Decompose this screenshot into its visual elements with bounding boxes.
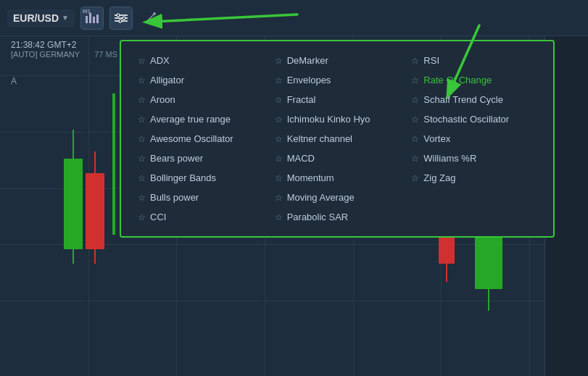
- timeframe-badge: M1: [83, 8, 91, 14]
- star-icon-roc: ☆: [411, 75, 419, 85]
- svg-point-10: [153, 12, 156, 15]
- star-icon-macd: ☆: [275, 154, 283, 164]
- symbol-selector[interactable]: EUR/USD ▼: [7, 9, 75, 27]
- indicators-button[interactable]: [109, 7, 133, 30]
- candle-left-red: [86, 173, 104, 249]
- indicator-column-1: ☆ ADX ☆ Alligator ☆ Aroon ☆ Average true…: [132, 52, 269, 225]
- chart-time: 21:38:42 GMT+2: [11, 40, 117, 50]
- indicator-label-atr: Average true range: [150, 114, 231, 125]
- chevron-down-icon: ▼: [62, 14, 69, 22]
- candle-left-green: [64, 159, 83, 249]
- star-icon-parabolic-sar: ☆: [275, 212, 283, 222]
- candle-left-green-wick: [73, 130, 74, 159]
- indicator-macd[interactable]: ☆ MACD: [269, 150, 406, 167]
- candle-left-green-wick-bottom: [73, 249, 74, 264]
- star-icon-cci: ☆: [138, 212, 146, 222]
- indicator-demarker[interactable]: ☆ DeMarker: [269, 52, 406, 69]
- candle-mid-green-line: [112, 93, 115, 235]
- indicator-panel: ☆ ADX ☆ Alligator ☆ Aroon ☆ Average true…: [120, 40, 555, 238]
- indicator-label-bollinger: Bollinger Bands: [150, 172, 216, 183]
- star-icon-atr: ☆: [138, 114, 146, 125]
- indicator-aroon[interactable]: ☆ Aroon: [132, 91, 269, 108]
- indicator-moving-average[interactable]: ☆ Moving Average: [269, 189, 406, 206]
- indicator-zigzag[interactable]: ☆ Zig Zag: [405, 170, 542, 186]
- indicator-rate-of-change[interactable]: ☆ Rate Of Change: [405, 72, 542, 88]
- indicator-label-moving-average: Moving Average: [287, 192, 355, 203]
- indicator-label-adx: ADX: [150, 55, 170, 66]
- indicator-label-alligator: Alligator: [150, 75, 184, 85]
- indicator-rsi[interactable]: ☆ RSI: [405, 52, 542, 69]
- indicator-label-aroon: Aroon: [150, 94, 175, 105]
- indicator-bulls[interactable]: ☆ Bulls power: [132, 189, 269, 206]
- draw-button[interactable]: [138, 7, 162, 30]
- indicator-label-macd: MACD: [287, 153, 315, 164]
- chart-ms: 77 MS: [94, 50, 117, 59]
- indicator-atr[interactable]: ☆ Average true range: [132, 111, 269, 128]
- star-icon-williams: ☆: [411, 154, 419, 164]
- indicator-envelopes[interactable]: ☆ Envelopes: [269, 72, 406, 88]
- indicator-keltner[interactable]: ☆ Keltner channel: [269, 130, 406, 147]
- candle-right-green-wick-bottom: [488, 289, 489, 311]
- indicator-label-williams: Williams %R: [423, 153, 476, 164]
- indicator-label-bulls: Bulls power: [150, 192, 199, 203]
- indicator-bollinger[interactable]: ☆ Bollinger Bands: [132, 170, 269, 186]
- toolbar: EUR/USD ▼ M1: [0, 0, 588, 36]
- indicator-label-stochastic: Stochastic Oscillator: [423, 114, 509, 125]
- indicator-label-fractal: Fractal: [287, 94, 316, 105]
- draw-icon: [144, 12, 156, 24]
- star-icon-awesome: ☆: [138, 134, 146, 144]
- star-icon-demarker: ☆: [275, 56, 283, 66]
- indicator-label-schaff: Schaff Trend Cycle: [423, 94, 503, 105]
- indicator-awesome[interactable]: ☆ Awesome Oscillator: [132, 130, 269, 147]
- a-label: A: [11, 76, 17, 86]
- indicator-schaff[interactable]: ☆ Schaff Trend Cycle: [405, 91, 542, 108]
- candle-right-red-wick-bottom: [446, 264, 447, 282]
- star-icon-stochastic: ☆: [411, 114, 419, 125]
- star-icon-bulls: ☆: [138, 193, 146, 203]
- bar-chart-icon: [86, 13, 99, 23]
- indicator-label-parabolic-sar: Parabolic SAR: [287, 212, 349, 222]
- indicator-columns: ☆ ADX ☆ Alligator ☆ Aroon ☆ Average true…: [132, 52, 542, 225]
- indicator-label-zigzag: Zig Zag: [423, 172, 455, 183]
- star-icon-aroon: ☆: [138, 95, 146, 105]
- indicator-cci[interactable]: ☆ CCI: [132, 209, 269, 225]
- svg-rect-0: [86, 16, 88, 23]
- indicator-label-vortex: Vortex: [423, 133, 450, 144]
- indicator-label-keltner: Keltner channel: [287, 133, 352, 144]
- indicator-williams[interactable]: ☆ Williams %R: [405, 150, 542, 167]
- indicator-label-demarker: DeMarker: [287, 55, 328, 66]
- chart-info: 21:38:42 GMT+2 [AUTO] GERMANY 77 MS: [11, 40, 117, 59]
- indicator-bears[interactable]: ☆ Bears power: [132, 150, 269, 167]
- indicator-fractal[interactable]: ☆ Fractal: [269, 91, 406, 108]
- star-icon-moving-average: ☆: [275, 193, 283, 203]
- indicator-label-momentum: Momentum: [287, 172, 334, 183]
- indicator-parabolic-sar[interactable]: ☆ Parabolic SAR: [269, 209, 406, 225]
- indicator-ichimoku[interactable]: ☆ Ichimoku Kinko Hyo: [269, 111, 406, 128]
- star-icon-bears: ☆: [138, 154, 146, 164]
- indicator-label-rsi: RSI: [423, 55, 439, 66]
- star-icon-vortex: ☆: [411, 134, 419, 144]
- svg-rect-1: [89, 13, 91, 23]
- indicator-label-awesome: Awesome Oscillator: [150, 133, 233, 144]
- star-icon-schaff: ☆: [411, 95, 419, 105]
- indicator-label-envelopes: Envelopes: [287, 75, 331, 85]
- chart-type-button[interactable]: M1: [80, 7, 104, 30]
- indicator-label-bears: Bears power: [150, 153, 203, 164]
- star-icon-alligator: ☆: [138, 75, 146, 85]
- star-icon-ichimoku: ☆: [275, 114, 283, 125]
- indicator-adx[interactable]: ☆ ADX: [132, 52, 269, 69]
- star-icon-bollinger: ☆: [138, 173, 146, 183]
- indicator-label-roc: Rate Of Change: [423, 75, 492, 85]
- candle-left-red-wick-bottom: [94, 249, 96, 264]
- indicator-column-3: ☆ RSI ☆ Rate Of Change ☆ Schaff Trend Cy…: [405, 52, 542, 225]
- indicator-momentum[interactable]: ☆ Momentum: [269, 170, 406, 186]
- star-icon-keltner: ☆: [275, 134, 283, 144]
- candle-left-red-wick-top: [94, 151, 96, 173]
- indicator-stochastic[interactable]: ☆ Stochastic Oscillator: [405, 111, 542, 128]
- indicator-vortex[interactable]: ☆ Vortex: [405, 130, 542, 147]
- chart-region: [AUTO] GERMANY: [11, 50, 80, 59]
- indicator-alligator[interactable]: ☆ Alligator: [132, 72, 269, 88]
- star-icon-zigzag: ☆: [411, 173, 419, 183]
- star-icon-rsi: ☆: [411, 56, 419, 66]
- svg-rect-3: [96, 14, 99, 23]
